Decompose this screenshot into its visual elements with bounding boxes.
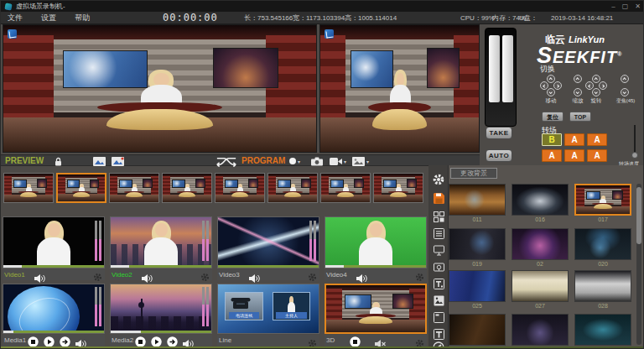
lock-icon[interactable] <box>55 156 62 166</box>
image-icon[interactable] <box>432 294 445 307</box>
video1-thumbnail[interactable] <box>3 216 105 268</box>
transition-a-button[interactable]: A <box>542 149 562 162</box>
zoom-out-button[interactable] <box>621 88 629 96</box>
save-icon[interactable] <box>432 191 445 205</box>
scene-thumb[interactable] <box>574 228 631 260</box>
display-icon[interactable] <box>432 243 445 257</box>
swap-icon[interactable] <box>215 156 238 166</box>
take-button[interactable]: TAKE <box>486 127 512 139</box>
move-down-button[interactable] <box>547 88 555 96</box>
studio-screen-right <box>37 179 47 188</box>
camera-preset-thumb[interactable] <box>109 173 159 203</box>
camera-preset-thumb[interactable] <box>162 173 212 203</box>
scale-up-button[interactable] <box>574 75 582 83</box>
camera-preset-thumb-selected[interactable] <box>56 173 106 203</box>
transition-a-button[interactable]: A <box>564 133 584 146</box>
t-bar-fader[interactable] <box>485 28 517 127</box>
effect-a-icon[interactable] <box>93 156 106 166</box>
scene-thumb[interactable] <box>512 314 569 346</box>
zoom-in-button[interactable] <box>621 75 629 83</box>
video4-thumbnail[interactable] <box>325 216 427 268</box>
studio-scene <box>320 25 479 152</box>
scene-thumb[interactable] <box>449 270 506 302</box>
effect-b-icon[interactable] <box>112 156 124 166</box>
scene-thumb[interactable] <box>512 184 569 216</box>
studio-left-wall <box>4 176 12 195</box>
close-button[interactable]: ✕ <box>635 3 641 11</box>
background-image-icon[interactable]: ▾ <box>352 156 369 166</box>
studio-screen-left <box>383 180 397 188</box>
text-icon[interactable] <box>432 327 445 341</box>
transition-a-button[interactable]: A <box>587 149 607 162</box>
transition-a-button[interactable]: A <box>587 133 607 146</box>
t-bar-handle[interactable] <box>502 35 513 102</box>
snapshot-icon[interactable] <box>311 156 323 166</box>
transition-a-button[interactable]: A <box>564 149 584 162</box>
progress-bar <box>111 331 211 333</box>
line-thumbnail[interactable]: 电话连线 主持人 <box>217 284 319 334</box>
scene-cell <box>449 314 506 346</box>
length-stat: 长：753.545166 <box>244 12 293 24</box>
video3-bar: Video3 <box>217 269 319 280</box>
scrollbar-track[interactable] <box>636 184 641 345</box>
video3-thumbnail[interactable] <box>217 216 319 268</box>
scene-thumb[interactable] <box>449 314 506 346</box>
threed-cell: 3D <box>325 284 427 346</box>
phone-caption: 电话连线 <box>229 312 260 319</box>
rotate-left-button[interactable] <box>585 81 594 90</box>
auto-button[interactable]: AUTO <box>486 149 512 162</box>
studio-desk-front <box>179 192 195 197</box>
frame-icon[interactable] <box>432 310 445 324</box>
scene-thumb[interactable] <box>449 228 506 260</box>
window-controls: – ▢ ✕ <box>611 3 641 11</box>
transition-b-button[interactable]: B <box>542 133 562 146</box>
t-bar-handle[interactable] <box>489 35 500 102</box>
projector-icon[interactable] <box>432 260 445 273</box>
program-monitor[interactable] <box>319 24 480 153</box>
menu-help[interactable]: 帮助 <box>75 12 90 24</box>
settings-icon[interactable] <box>432 173 445 186</box>
stream-icon[interactable]: ▾ <box>330 156 346 166</box>
rotate-right-button[interactable] <box>599 81 607 90</box>
studio-left-wall <box>326 289 342 320</box>
media1-thumbnail[interactable] <box>3 284 105 334</box>
rotate-down-button[interactable] <box>592 88 600 96</box>
video2-thumbnail[interactable] <box>110 216 212 268</box>
scene-thumb[interactable] <box>512 228 569 260</box>
menu-settings[interactable]: 设置 <box>41 12 56 24</box>
camera-preset-thumb[interactable] <box>215 173 265 203</box>
move-left-button[interactable] <box>540 81 548 90</box>
camera-preset-thumb[interactable] <box>267 173 318 203</box>
move-right-button[interactable] <box>553 81 562 90</box>
scene-thumb[interactable] <box>574 270 631 302</box>
caption-icon[interactable] <box>432 277 445 290</box>
camera-preset-thumb[interactable] <box>3 173 54 203</box>
maximize-button[interactable]: ▢ <box>622 3 629 11</box>
layout-icon[interactable] <box>432 210 445 223</box>
scene-thumb-selected[interactable] <box>574 184 631 216</box>
minimize-button[interactable]: – <box>611 3 615 11</box>
top-button[interactable]: TOP <box>569 112 591 122</box>
studio-screen-right <box>213 48 278 88</box>
record-dot-icon <box>289 158 296 164</box>
scene-thumb[interactable] <box>574 314 631 346</box>
video2-bar: Video2 <box>110 269 212 280</box>
record-icon[interactable]: ▾ <box>289 156 300 166</box>
media2-thumbnail[interactable] <box>110 284 212 334</box>
playlist-icon[interactable] <box>432 227 445 240</box>
scene-thumb[interactable] <box>512 270 569 302</box>
threed-thumbnail[interactable] <box>325 284 427 334</box>
camera-preset-thumb[interactable] <box>320 173 371 203</box>
video4-cell: Video4 <box>325 216 427 280</box>
move-pad-label: 移动 <box>537 97 565 105</box>
scene-thumb[interactable] <box>449 184 506 216</box>
scale-down-button[interactable] <box>574 88 582 96</box>
camera-preset-thumb[interactable] <box>373 173 423 203</box>
scrollbar-thumb[interactable] <box>636 187 641 244</box>
scene-tab[interactable]: 更改背景 <box>450 168 497 179</box>
chevron-up-icon <box>623 78 627 82</box>
reset-button[interactable]: 复位 <box>542 112 564 122</box>
menu-file[interactable]: 文件 <box>8 12 23 24</box>
preview-monitor[interactable] <box>3 24 317 153</box>
transition-speed-knob[interactable] <box>631 152 638 159</box>
